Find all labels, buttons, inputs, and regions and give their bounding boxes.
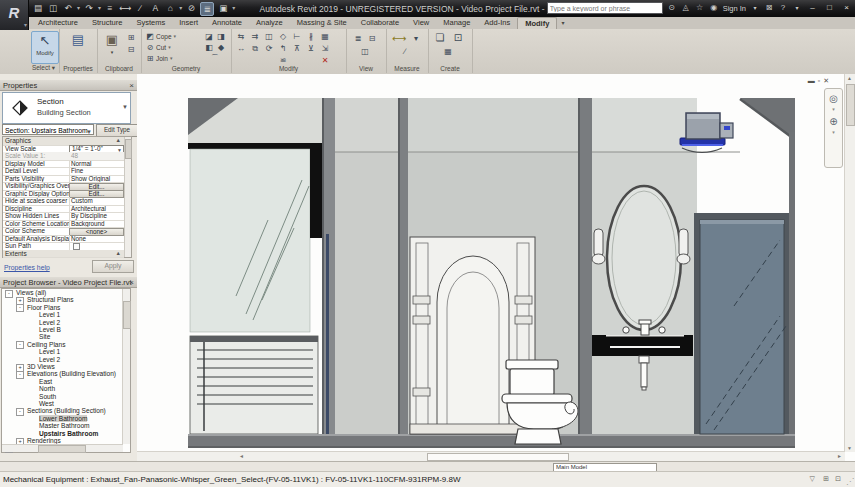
cope-button[interactable]: ◩Cope▾ — [144, 31, 176, 41]
scroll-right-icon[interactable]: ► — [835, 452, 844, 460]
switch-windows-icon[interactable]: ◫ — [359, 46, 371, 57]
communication-center-icon[interactable]: ◬ — [681, 2, 691, 14]
collapse-group-icon[interactable]: ▲ — [116, 137, 121, 145]
project-browser-header[interactable]: Project Browser - Video Project File.rvt… — [0, 277, 137, 288]
cut-button[interactable]: ⊘Cut▾ — [144, 42, 171, 52]
close-inactive-windows-icon[interactable]: ▣ — [217, 2, 229, 14]
browser-hscrollbar[interactable] — [2, 444, 123, 452]
user-icon[interactable]: ◉ — [709, 2, 719, 14]
scroll-up-icon[interactable]: ▲ — [845, 75, 854, 81]
array-icon[interactable]: ▦ — [319, 31, 331, 42]
section-view-upstairs-bathroom[interactable] — [137, 74, 855, 461]
tree-item-level-b[interactable]: Level B — [2, 326, 122, 333]
customize-qat-icon[interactable]: ▾ — [232, 2, 235, 16]
tree-item-ceiling-level-1[interactable]: Level 1 — [2, 348, 122, 355]
tab-analyze[interactable]: Analyze — [249, 17, 290, 29]
measure-tool-icon[interactable]: ⟷ — [392, 33, 404, 44]
demolish-icon[interactable]: ⌒ — [209, 53, 221, 64]
tree-item-site[interactable]: Site — [2, 333, 122, 340]
undo-dropdown-icon[interactable]: ▾ — [77, 2, 80, 16]
move-icon[interactable]: ↔ — [235, 43, 247, 54]
close-icon[interactable]: × — [129, 277, 134, 288]
group-header-extents[interactable]: Extents▲ — [3, 250, 124, 259]
apply-button[interactable]: Apply — [92, 260, 134, 273]
browser-vscrollbar[interactable] — [122, 289, 130, 444]
select-toggle-icon[interactable]: ⊞ — [823, 475, 829, 483]
properties-scrollbar[interactable] — [124, 137, 131, 257]
properties-palette-header[interactable]: Properties × — [0, 80, 137, 91]
tab-modify[interactable]: Modify — [517, 17, 557, 29]
create-assembly-icon[interactable]: ⊡ — [452, 32, 464, 43]
drain-pipe[interactable] — [639, 356, 649, 390]
oval-mirror[interactable] — [607, 186, 681, 330]
tree-item-upstairs-bathroom[interactable]: Upstairs Bathroom — [2, 430, 122, 437]
tree-item-master-bathroom[interactable]: Master Bathroom — [2, 422, 122, 429]
tree-item-floor-plans[interactable]: -Floor Plans — [2, 304, 122, 311]
modify-tool-button[interactable]: ↖ Modify — [31, 31, 59, 64]
scroll-left-icon[interactable]: ◄ — [237, 452, 246, 460]
close-icon[interactable]: × — [129, 80, 134, 91]
text-icon[interactable]: A — [149, 2, 161, 14]
tree-item-east[interactable]: East — [2, 378, 122, 385]
tree-item-3d-views[interactable]: +3D Views — [2, 363, 122, 370]
trim-icon[interactable]: ↰ — [277, 43, 289, 54]
paint-icon[interactable]: ◆ — [215, 42, 227, 53]
scroll-down-icon[interactable]: ▼ — [845, 445, 854, 451]
wall-sconce-left[interactable] — [592, 229, 605, 264]
create-group-icon[interactable]: ▦ — [442, 46, 454, 57]
restore-button[interactable]: □ — [823, 2, 836, 14]
mirror-pick-icon[interactable]: ◇ — [277, 31, 289, 42]
default-3d-view-icon[interactable]: ⌂ — [164, 2, 176, 14]
pin-icon[interactable]: ⊼ — [291, 43, 303, 54]
properties-toggle-button[interactable]: ▤ — [65, 31, 91, 62]
tree-item-level-2[interactable]: Level 2 — [2, 319, 122, 326]
redo-icon[interactable]: ↷ — [83, 2, 95, 14]
drawing-area[interactable]: ▬ ▫ ✕ ◎ ▾ ⊕ ▾ ▲ ▼ ◄ ► — [137, 74, 855, 461]
filter-icon[interactable]: ▽ — [810, 475, 815, 483]
canvas-hscrollbar[interactable]: ◄ ► — [137, 451, 845, 461]
resize-grip[interactable]: ⋰ — [846, 477, 854, 486]
tree-item-views-all[interactable]: -Views (all) — [2, 289, 122, 296]
view-close-icon[interactable]: ✕ — [823, 76, 829, 85]
wall-section-1[interactable] — [322, 98, 335, 434]
tree-item-structural-plans[interactable]: +Structural Plans — [2, 296, 122, 303]
join-button[interactable]: ⊞Join▾ — [144, 53, 172, 63]
left-room[interactable] — [188, 98, 322, 332]
unpin-icon[interactable]: ⊻ — [305, 43, 317, 54]
sign-in-button[interactable]: Sign In — [723, 4, 746, 13]
cut-to-clipboard-icon[interactable]: ⊟ — [125, 44, 137, 55]
tab-annotate[interactable]: Annotate — [205, 17, 249, 29]
dimension-icon[interactable]: ∕ — [399, 46, 411, 57]
tab-systems[interactable]: Systems — [129, 17, 172, 29]
search-input[interactable] — [547, 2, 663, 14]
tab-structure[interactable]: Structure — [85, 17, 129, 29]
split-element-icon[interactable]: ∦ — [305, 31, 317, 42]
redo-dropdown-icon[interactable]: ▾ — [98, 2, 101, 16]
print-icon[interactable]: ≡ — [104, 2, 116, 14]
help-icon[interactable]: ? — [778, 2, 788, 14]
tab-collaborate[interactable]: Collaborate — [354, 17, 406, 29]
split-face-icon[interactable]: ◧ — [203, 42, 215, 53]
open-icon[interactable]: ▤ — [32, 2, 44, 14]
thin-lines-icon[interactable]: ≣ — [200, 2, 214, 16]
copy-to-clipboard-icon[interactable]: ⊞ — [125, 32, 137, 43]
middle-room-wall[interactable] — [335, 98, 398, 434]
section-icon[interactable]: ⊘ — [185, 2, 197, 14]
tree-item-lower-bathroom[interactable]: Lower Bathroom — [2, 415, 122, 422]
save-icon[interactable]: ◫ — [47, 2, 59, 14]
collapse-group-icon[interactable]: ▲ — [116, 250, 121, 258]
search-icon[interactable]: ⊙ — [667, 2, 677, 14]
create-parts-icon[interactable]: ❏ — [434, 32, 446, 43]
view-minimize-icon[interactable]: ▬ — [808, 76, 815, 85]
view-thin-lines-icon[interactable]: ≣ — [352, 33, 364, 44]
tab-massing-site[interactable]: Massing & Site — [290, 17, 354, 29]
measure-dropdown-icon[interactable]: ▾ — [410, 33, 422, 44]
copy-icon[interactable]: ⧉ — [249, 43, 261, 54]
drag-elements-icon[interactable]: ⊡ — [835, 475, 841, 483]
minimize-button[interactable]: – — [806, 2, 819, 14]
tree-item-north[interactable]: North — [2, 385, 122, 392]
canvas-vscrollbar[interactable]: ▲ ▼ — [844, 74, 855, 452]
beam-joins-icon[interactable]: ◨ — [215, 31, 227, 42]
paste-button[interactable]: ▣ ▾ — [99, 31, 125, 62]
mirror-axis-icon[interactable]: ◫ — [263, 31, 275, 42]
